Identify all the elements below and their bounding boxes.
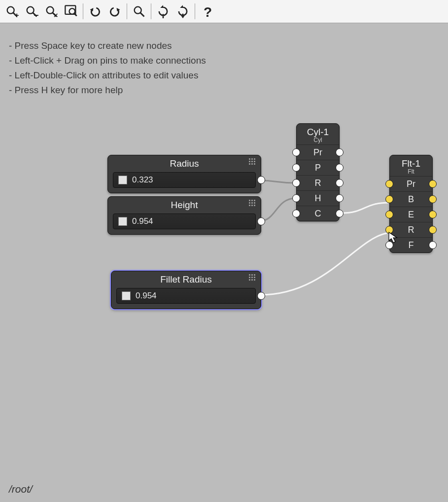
output-pin[interactable] [336,194,344,202]
node-value[interactable]: 0.954 [116,288,256,304]
node-fillet-radius[interactable]: Fillet Radius 0.954 [111,271,261,309]
node-title: Height [108,197,261,211]
port-label: Pr [407,179,415,189]
grip-icon[interactable] [249,274,258,281]
port-row: R [297,175,339,190]
svg-marker-19 [180,5,183,8]
search-icon[interactable] [129,1,149,21]
svg-marker-21 [181,16,185,18]
output-pin[interactable] [336,164,344,172]
node-title-label: Cyl-1 [303,127,333,138]
zoom-region-icon[interactable] [61,1,81,21]
help-line: - Left-Double-Click on attributes to edi… [9,68,206,83]
input-pin[interactable] [385,180,393,188]
refresh-down-icon[interactable] [173,1,193,21]
svg-text:–: – [34,10,38,18]
input-pin[interactable] [385,195,393,203]
node-title-label: Radius [170,158,199,169]
node-value[interactable]: 0.323 [113,172,256,188]
port-row: C [297,206,339,221]
app-root: + – × ? [0,0,448,502]
output-pin[interactable] [336,148,344,156]
node-title-label: Fillet Radius [160,274,212,285]
refresh-up-icon[interactable] [153,1,173,21]
help-line: - Press Space key to create new nodes [9,38,206,53]
node-type-label: Flt [396,168,426,175]
port-row: E [390,207,432,222]
node-radius[interactable]: Radius 0.323 [107,155,261,193]
zoom-reset-icon[interactable]: × [41,1,61,21]
node-title-label: Flt-1 [396,158,426,169]
port-label: H [315,193,321,203]
port-label: B [408,194,414,204]
output-pin[interactable] [429,195,437,203]
port-label: Pr [313,147,322,157]
input-pin[interactable] [385,241,393,249]
svg-marker-16 [160,5,163,8]
port-row: Pr [297,144,339,160]
port-label: R [315,178,321,188]
port-row: B [390,191,432,207]
breadcrumb-path[interactable]: /root/ [9,483,33,495]
input-pin[interactable] [385,226,393,234]
input-pin[interactable] [292,148,300,156]
toolbar-separator [151,3,151,19]
output-pin[interactable] [336,210,344,217]
port-label: R [408,225,414,235]
port-label: F [409,240,414,250]
node-title: Radius [108,155,261,169]
help-icon[interactable]: ? [197,1,217,21]
value-enabled-checkbox[interactable] [118,176,127,184]
value-number[interactable]: 0.954 [136,291,157,301]
toolbar-separator [195,3,195,19]
node-cyl[interactable]: Cyl-1 Cyl Pr P R H C [296,123,340,221]
port-label: P [315,163,321,173]
zoom-out-icon[interactable]: – [22,1,41,21]
port-row: Pr [390,176,432,191]
node-title-label: Height [171,200,198,210]
svg-text:+: + [15,11,19,18]
grip-icon[interactable] [249,158,258,165]
node-height[interactable]: Height 0.954 [107,196,261,235]
output-pin[interactable] [429,180,437,188]
node-canvas[interactable]: - Press Space key to create new nodes - … [0,23,448,502]
port-row: H [297,190,339,206]
output-pin[interactable] [257,217,265,225]
svg-line-15 [140,13,144,17]
svg-point-3 [27,7,34,14]
output-pin[interactable] [257,292,265,300]
value-number[interactable]: 0.323 [132,175,153,185]
undo-icon[interactable] [85,1,105,21]
zoom-in-icon[interactable]: + [2,1,22,21]
input-pin[interactable] [292,164,300,172]
value-enabled-checkbox[interactable] [118,217,127,226]
node-type-label: Cyl [303,137,333,143]
input-pin[interactable] [292,194,300,202]
output-pin[interactable] [336,179,344,187]
svg-text:?: ? [204,4,212,18]
node-flt[interactable]: Flt-1 Flt Pr B E R F [389,155,433,253]
port-label: C [315,209,321,218]
help-text: - Press Space key to create new nodes - … [9,38,206,98]
help-line: - Press H key for more help [9,83,206,98]
value-number[interactable]: 0.954 [132,216,153,226]
toolbar: + – × ? [0,0,448,23]
toolbar-separator [83,3,83,19]
toolbar-separator [127,3,127,19]
output-pin[interactable] [257,176,265,184]
svg-point-0 [7,7,14,14]
input-pin[interactable] [385,211,393,218]
output-pin[interactable] [429,241,437,249]
help-line: - Left-Click + Drag on pins to make conn… [9,53,206,68]
node-title: Flt-1 Flt [390,155,432,176]
input-pin[interactable] [292,210,300,217]
redo-icon[interactable] [105,1,125,21]
node-title: Cyl-1 Cyl [297,124,339,144]
svg-point-10 [69,8,75,14]
output-pin[interactable] [429,211,437,218]
value-enabled-checkbox[interactable] [122,291,131,300]
input-pin[interactable] [292,179,300,187]
grip-icon[interactable] [249,200,258,207]
output-pin[interactable] [429,226,437,234]
node-value[interactable]: 0.954 [113,214,256,229]
